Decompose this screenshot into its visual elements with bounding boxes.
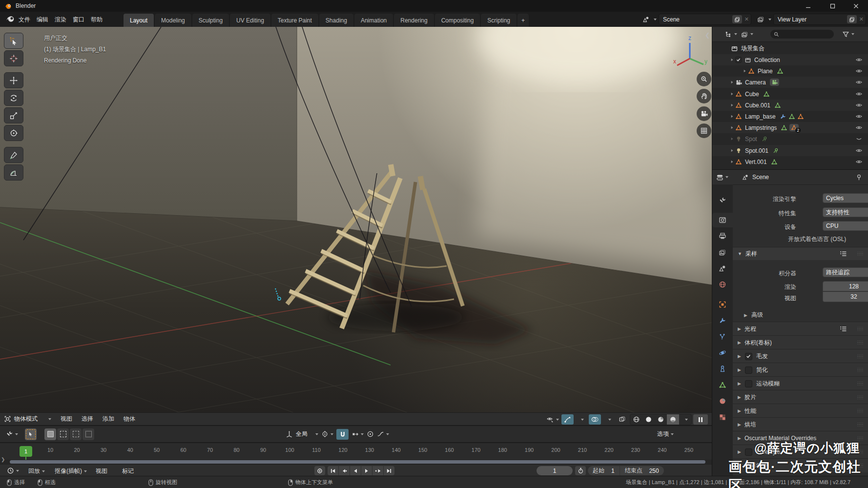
panel-grip-icon[interactable]: ::::::::: [857, 423, 864, 427]
playhead-badge[interactable]: 1: [20, 446, 32, 457]
eye-icon[interactable]: [855, 67, 863, 75]
disclosure-icon[interactable]: [743, 69, 747, 73]
measure-tool[interactable]: [4, 164, 23, 181]
menu-playback[interactable]: 回放: [28, 467, 45, 475]
proportional-edit-toggle[interactable]: [367, 430, 374, 438]
viewport-3d[interactable]: 用户正交 (1) 场景集合 | Lamp_B1 Rendering Done z…: [0, 27, 712, 476]
jump-to-start-button[interactable]: [328, 466, 338, 475]
tab-scripting[interactable]: Scripting: [481, 14, 517, 27]
mesh-data-icon[interactable]: [771, 159, 778, 165]
eye-icon[interactable]: [855, 147, 863, 154]
minimize-button[interactable]: [797, 0, 819, 12]
mode-selector[interactable]: 物体模式: [4, 415, 51, 423]
tab-sculpting[interactable]: Sculpting: [192, 14, 229, 27]
mesh-data-icon[interactable]: [774, 102, 781, 109]
outliner-row-cube[interactable]: Cube: [712, 88, 868, 100]
panel-grip-icon[interactable]: ::::::::: [857, 368, 864, 372]
outliner-filter-button[interactable]: [842, 31, 854, 38]
outliner-search-field[interactable]: [770, 30, 834, 39]
hair-checkbox[interactable]: [745, 353, 752, 360]
scale-tool[interactable]: [4, 107, 23, 123]
tab-compositing[interactable]: Compositing: [435, 14, 480, 27]
tab-uv-editing[interactable]: UV Editing: [230, 14, 270, 27]
panel-grip-icon[interactable]: ::::::::: [857, 252, 864, 256]
select-mode-extend[interactable]: [57, 428, 69, 440]
menu-select[interactable]: 选择: [79, 414, 96, 424]
menu-timeline-view[interactable]: 视图: [96, 467, 107, 475]
mesh-data-icon[interactable]: [788, 113, 795, 120]
frame-start-field[interactable]: 起始 1: [588, 466, 620, 475]
samples-viewport-field[interactable]: 32: [823, 292, 868, 302]
sidebar-collapse-icon[interactable]: ❮: [705, 32, 710, 39]
scene-browse-icon[interactable]: [642, 16, 650, 23]
zoom-view-button[interactable]: [697, 72, 711, 86]
menu-object[interactable]: 物体: [121, 414, 138, 424]
outliner-row-lamp-base[interactable]: Lamp_base: [712, 111, 868, 122]
pin-icon[interactable]: [855, 174, 863, 181]
eye-icon[interactable]: [855, 102, 863, 109]
eye-icon[interactable]: [855, 124, 863, 131]
panel-simplify[interactable]: ▶ 简化 ::::::::: [733, 363, 868, 377]
auto-key-toggle[interactable]: [314, 466, 325, 475]
frame-end-field[interactable]: 结束点 250: [620, 466, 664, 475]
feature-set-dropdown[interactable]: 支持特性: [823, 207, 868, 217]
eye-icon[interactable]: [855, 79, 863, 86]
options-dropdown[interactable]: 选项: [657, 430, 674, 438]
sampling-panel-header[interactable]: ▼ 采样 ::::::::: [733, 247, 868, 260]
panel-grip-icon[interactable]: ::::::::: [857, 341, 864, 345]
disclosure-icon[interactable]: [730, 92, 734, 96]
ortho-toggle-button[interactable]: [697, 123, 711, 138]
properties-editor-type-button[interactable]: [716, 174, 728, 181]
xray-toggle[interactable]: [616, 414, 628, 425]
tab-layout[interactable]: Layout: [124, 14, 154, 27]
outliner-display-mode-button[interactable]: [741, 31, 753, 38]
outliner-row-collection[interactable]: Collection: [712, 54, 868, 65]
light-data-icon[interactable]: [772, 147, 779, 154]
proportional-falloff-dropdown[interactable]: [377, 430, 389, 438]
tab-world-properties[interactable]: [712, 277, 733, 292]
transform-tool[interactable]: [4, 125, 23, 141]
advanced-subpanel-header[interactable]: ▶高级: [744, 311, 763, 319]
collection-checkbox[interactable]: [735, 57, 742, 63]
pause-render-button[interactable]: [693, 414, 708, 425]
panel-performance[interactable]: ▶ 性能 ::::::::: [733, 404, 868, 418]
panel-volumes[interactable]: ▶ 体积(卷标) ::::::::: [733, 335, 868, 349]
tab-object-data-properties[interactable]: [712, 378, 733, 392]
outliner-row-vert001[interactable]: Vert.001: [712, 156, 868, 167]
tab-render-properties[interactable]: [712, 213, 733, 227]
tab-material-properties[interactable]: [712, 394, 733, 408]
tab-constraint-properties[interactable]: [712, 362, 733, 376]
tab-scene-properties[interactable]: [712, 261, 733, 276]
motion-blur-checkbox[interactable]: [745, 380, 752, 387]
camera-view-button[interactable]: [697, 106, 711, 121]
disclosure-icon[interactable]: [730, 137, 734, 141]
scene-browse-chevron-icon[interactable]: [654, 19, 657, 20]
timeline-scrollbar[interactable]: [0, 460, 712, 464]
panel-grip-icon[interactable]: ::::::::: [857, 354, 864, 358]
panel-grip-icon[interactable]: ::::::::: [857, 327, 864, 331]
tab-object-properties[interactable]: [712, 297, 733, 312]
freestyle-checkbox[interactable]: [745, 448, 752, 456]
timeline-editor-type-button[interactable]: [7, 467, 19, 474]
menu-window[interactable]: 窗口: [73, 16, 84, 24]
disclosure-icon[interactable]: [730, 114, 734, 119]
panel-hair[interactable]: ▶ 毛发 ::::::::: [733, 349, 868, 363]
use-preview-range-button[interactable]: [575, 466, 586, 475]
search-input[interactable]: [780, 31, 830, 38]
shading-dropdown[interactable]: [679, 414, 691, 425]
scene-selector[interactable]: Scene ✕: [659, 14, 751, 25]
add-workspace-button[interactable]: +: [517, 14, 529, 27]
move-tool[interactable]: [4, 72, 23, 88]
menu-marker[interactable]: 标记: [122, 467, 134, 475]
outliner-row-camera[interactable]: Camera: [712, 77, 868, 88]
rotate-tool[interactable]: [4, 90, 23, 106]
instanced-mesh-badge[interactable]: 2: [789, 124, 799, 131]
eye-closed-icon[interactable]: [855, 135, 863, 142]
next-keyframe-button[interactable]: [372, 466, 383, 475]
blender-menu-logo-icon[interactable]: [6, 15, 15, 23]
gizmo-dropdown[interactable]: [575, 414, 587, 425]
panel-bake[interactable]: ▶ 烘培 ::::::::: [733, 417, 868, 431]
tab-rendering[interactable]: Rendering: [394, 14, 434, 27]
outliner-row-spot[interactable]: Spot: [712, 133, 868, 144]
eye-icon[interactable]: [855, 90, 863, 98]
